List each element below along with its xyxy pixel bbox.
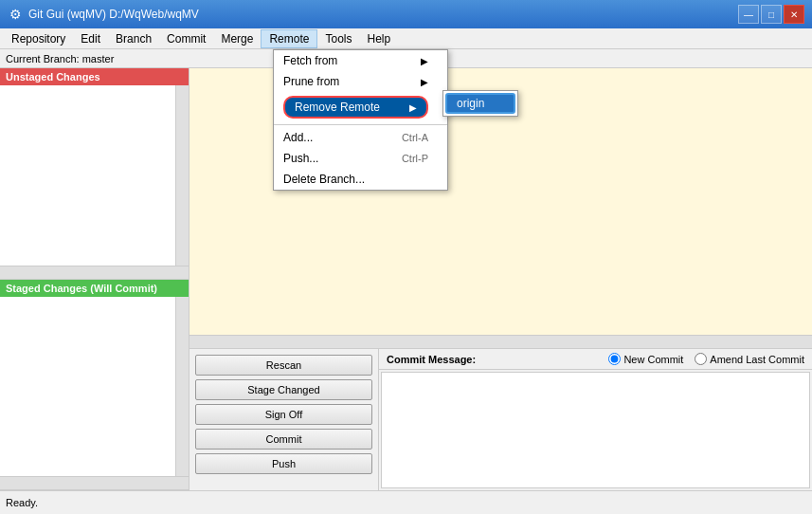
- new-commit-option[interactable]: New Commit: [608, 353, 683, 365]
- push-button[interactable]: Push: [195, 453, 372, 474]
- remove-remote-submenu: origin: [442, 90, 518, 117]
- minimize-button[interactable]: —: [738, 5, 759, 24]
- amend-last-label: Amend Last Commit: [710, 354, 804, 365]
- maximize-button[interactable]: □: [761, 5, 782, 24]
- title-bar: ⚙ Git Gui (wqMV) D:/WqWeb/wqMV — □ ✕: [0, 0, 812, 28]
- menu-remote[interactable]: Remote: [261, 29, 317, 48]
- menu-help[interactable]: Help: [359, 30, 398, 47]
- commit-message-textarea[interactable]: [381, 372, 810, 488]
- unstaged-header: Unstaged Changes: [0, 68, 189, 85]
- add-shortcut: Ctrl-A: [402, 132, 428, 143]
- amend-last-option[interactable]: Amend Last Commit: [695, 353, 804, 365]
- menu-edit[interactable]: Edit: [73, 30, 108, 47]
- menu-repository[interactable]: Repository: [4, 30, 73, 47]
- current-branch-label: Current Branch: master: [6, 53, 114, 64]
- submenu-origin[interactable]: origin: [445, 93, 515, 114]
- amend-last-radio[interactable]: [695, 353, 707, 365]
- menu-fetch-from[interactable]: Fetch from ▶: [274, 50, 447, 71]
- bottom-area: Rescan Stage Changed Sign Off Commit Pus…: [189, 348, 812, 490]
- menu-bar: Repository Edit Branch Commit Merge Remo…: [0, 28, 812, 49]
- unstaged-hscrollbar[interactable]: [0, 266, 189, 279]
- unstaged-content[interactable]: [0, 85, 189, 266]
- unstaged-scrollbar[interactable]: [175, 85, 189, 266]
- menu-prune-from[interactable]: Prune from ▶: [274, 71, 447, 92]
- sign-off-button[interactable]: Sign Off: [195, 404, 372, 425]
- menu-remove-remote[interactable]: Remove Remote ▶ origin: [274, 92, 447, 122]
- action-buttons: Rescan Stage Changed Sign Off Commit Pus…: [189, 349, 379, 490]
- staged-hscrollbar[interactable]: [0, 476, 189, 489]
- window-title: Git Gui (wqMV) D:/WqWeb/wqMV: [28, 8, 199, 21]
- left-panel: Unstaged Changes Staged Changes (Will Co…: [0, 68, 189, 490]
- commit-area: Commit Message: New Commit Amend Last Co…: [379, 349, 812, 490]
- fetch-from-arrow: ▶: [421, 56, 428, 66]
- new-commit-radio[interactable]: [608, 353, 621, 365]
- rescan-button[interactable]: Rescan: [195, 355, 372, 376]
- menu-tools[interactable]: Tools: [317, 30, 359, 47]
- prune-from-arrow: ▶: [421, 77, 428, 87]
- menu-delete-branch[interactable]: Delete Branch...: [274, 169, 447, 190]
- remove-remote-arrow: ▶: [409, 102, 417, 113]
- commit-message-label: Commit Message:: [387, 354, 476, 365]
- window-controls: — □ ✕: [738, 5, 804, 24]
- staged-header: Staged Changes (Will Commit): [0, 280, 189, 297]
- status-bar: Ready.: [0, 490, 812, 514]
- remote-dropdown: Fetch from ▶ Prune from ▶ Remove Remote …: [273, 49, 448, 191]
- stage-changed-button[interactable]: Stage Changed: [195, 379, 372, 400]
- commit-header: Commit Message: New Commit Amend Last Co…: [379, 349, 812, 370]
- staged-content[interactable]: [0, 297, 189, 477]
- close-button[interactable]: ✕: [784, 5, 804, 24]
- staged-section: Staged Changes (Will Commit): [0, 280, 189, 491]
- app-icon: ⚙: [8, 7, 23, 22]
- remove-remote-label: Remove Remote ▶: [283, 96, 428, 119]
- menu-separator-1: [274, 124, 447, 125]
- menu-merge[interactable]: Merge: [213, 30, 261, 47]
- commit-button[interactable]: Commit: [195, 429, 372, 450]
- unstaged-section: Unstaged Changes: [0, 68, 189, 280]
- menu-commit[interactable]: Commit: [159, 30, 213, 47]
- status-text: Ready.: [6, 497, 38, 508]
- menu-add[interactable]: Add... Ctrl-A: [274, 127, 447, 148]
- menu-push[interactable]: Push... Ctrl-P: [274, 148, 447, 169]
- menu-branch[interactable]: Branch: [108, 30, 159, 47]
- diff-hscrollbar[interactable]: [189, 335, 812, 348]
- push-shortcut: Ctrl-P: [402, 153, 428, 164]
- new-commit-label: New Commit: [623, 354, 683, 365]
- commit-type-radio-group: New Commit Amend Last Commit: [608, 353, 804, 365]
- staged-scrollbar[interactable]: [175, 297, 189, 477]
